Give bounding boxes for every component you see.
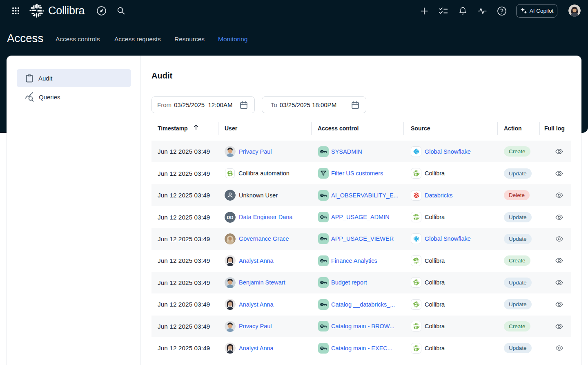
svg-text:DD: DD <box>227 215 234 219</box>
